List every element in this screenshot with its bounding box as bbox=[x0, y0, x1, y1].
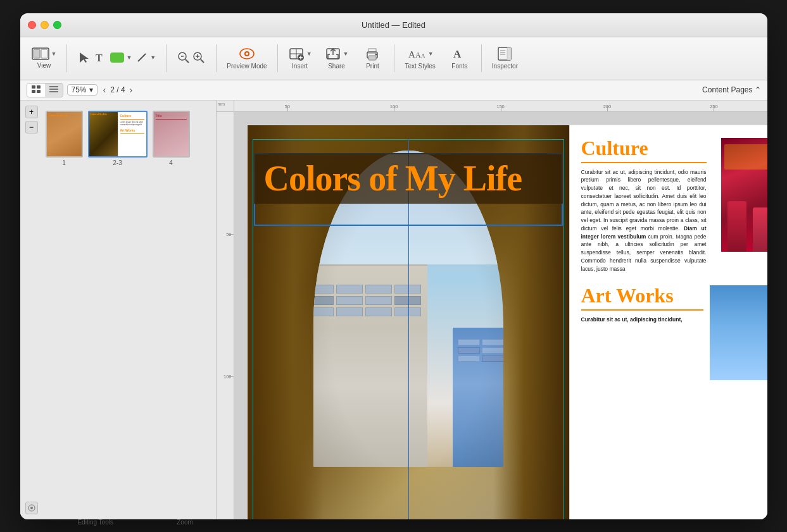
zoom-tool[interactable]: Zoom bbox=[172, 48, 211, 69]
right-image-top bbox=[721, 138, 767, 252]
content-pages-label: Content Pages bbox=[702, 85, 752, 94]
page-right[interactable]: Culture Curabitur sit ac ut, adipiscing … bbox=[570, 125, 767, 519]
window-title: Untitled — Edited bbox=[362, 20, 425, 30]
editing-tools-tool[interactable]: T ▼ ▼ Editing Tools bbox=[72, 49, 161, 68]
ruler-h-inner: 50 100 150 200 250 bbox=[234, 101, 767, 111]
svg-rect-2 bbox=[41, 49, 47, 58]
insert-label: Insert bbox=[292, 63, 308, 70]
thumbnails-container: Colors of My Life 1 Colors of My Life bbox=[27, 107, 210, 173]
subtoolbar: 75% ▾ ‹ 2 / 4 › Content Pages ⌃ bbox=[20, 80, 767, 101]
section2-title: Art Works bbox=[581, 285, 703, 306]
toolbar: ▼ View T bbox=[20, 37, 767, 80]
view-icon: ▼ bbox=[32, 47, 57, 60]
sep6 bbox=[481, 44, 482, 72]
content-pages-chevron: ⌃ bbox=[755, 85, 761, 94]
main-area: + − Colors of My Life bbox=[20, 101, 767, 519]
spread-container: Colors of My Life bbox=[247, 125, 767, 519]
canvas-content[interactable]: Colors of My Life bbox=[234, 112, 767, 519]
pen-icon: ▼ bbox=[135, 51, 156, 64]
add-page-btn[interactable]: + bbox=[25, 106, 38, 118]
titlebar: Untitled — Edited bbox=[20, 13, 767, 37]
svg-rect-26 bbox=[368, 49, 376, 53]
print-icon bbox=[364, 47, 381, 61]
maximize-button[interactable] bbox=[53, 21, 61, 29]
page-thumbnail-23[interactable]: Colors of My Life Culture Lorem ipsum do… bbox=[88, 111, 148, 166]
svg-rect-25 bbox=[368, 56, 376, 60]
settings-btn[interactable] bbox=[25, 502, 38, 514]
right-image-bottom bbox=[710, 285, 767, 380]
title-textbox[interactable]: Colors of My Life bbox=[254, 153, 563, 204]
ruler-v-inner: 50 100 bbox=[217, 112, 234, 519]
svg-point-27 bbox=[375, 54, 377, 56]
svg-rect-37 bbox=[32, 85, 35, 89]
text-styles-icon: A A A ▼ bbox=[407, 47, 434, 61]
view-toggle[interactable] bbox=[27, 83, 63, 97]
zoom-value: 75% bbox=[72, 85, 87, 94]
inspector-icon bbox=[496, 47, 513, 61]
thumb-img-4: Title bbox=[153, 111, 190, 158]
zoom-dropdown-icon: ▾ bbox=[89, 85, 93, 94]
share-tool[interactable]: ▼ Share bbox=[320, 44, 354, 72]
sep3 bbox=[216, 44, 217, 72]
page-title: Colors of My Life bbox=[264, 161, 553, 196]
share-icon: ▼ bbox=[325, 47, 349, 61]
text-styles-tool[interactable]: A A A ▼ Text Styles bbox=[400, 44, 440, 72]
fonts-tool[interactable]: A Fonts bbox=[443, 44, 476, 72]
svg-rect-39 bbox=[32, 90, 35, 93]
ruler-vertical: 50 100 bbox=[217, 112, 234, 519]
page-left[interactable]: Colors of My Life bbox=[247, 125, 570, 519]
prev-page-btn[interactable]: ‹ bbox=[101, 85, 108, 95]
thumb-img-23: Colors of My Life Culture Lorem ipsum do… bbox=[88, 111, 148, 158]
text-icon: T bbox=[94, 51, 106, 64]
section1-title: Culture bbox=[581, 138, 707, 158]
zoom-out-icon bbox=[177, 51, 191, 65]
svg-text:A: A bbox=[421, 53, 425, 59]
svg-rect-40 bbox=[37, 90, 41, 93]
zoom-selector[interactable]: 75% ▾ bbox=[67, 84, 98, 96]
ruler-unit: mm bbox=[218, 102, 225, 106]
arrow-icon bbox=[77, 51, 90, 64]
inspector-tool[interactable]: Inspector bbox=[487, 44, 523, 72]
thumb-preview-23: Colors of My Life Culture Lorem ipsum do… bbox=[89, 112, 146, 156]
thumb-img-1: Colors of My Life bbox=[46, 111, 83, 158]
thumb-label-1: 1 bbox=[62, 159, 66, 166]
page-thumbnail-1[interactable]: Colors of My Life 1 bbox=[46, 111, 83, 166]
fonts-icon: A bbox=[451, 47, 468, 61]
page-navigation: ‹ 2 / 4 › bbox=[101, 85, 135, 95]
svg-text:A: A bbox=[453, 48, 462, 60]
canvas-area: mm 50 100 150 200 250 bbox=[217, 101, 767, 519]
svg-point-45 bbox=[30, 507, 33, 509]
print-tool[interactable]: Print bbox=[356, 44, 389, 72]
next-page-btn[interactable]: › bbox=[128, 85, 135, 95]
svg-line-5 bbox=[138, 54, 146, 61]
thumb-label-4: 4 bbox=[169, 159, 173, 166]
view-label: View bbox=[37, 62, 51, 69]
content-pages-dropdown[interactable]: Content Pages ⌃ bbox=[702, 85, 760, 94]
preview-icon bbox=[239, 47, 255, 61]
thumb-preview-1: Colors of My Life bbox=[47, 112, 82, 156]
svg-line-13 bbox=[201, 59, 204, 63]
artworks-line bbox=[581, 309, 703, 311]
fonts-label: Fonts bbox=[451, 63, 467, 70]
zoom-in-icon bbox=[192, 51, 206, 65]
culture-line bbox=[581, 162, 707, 163]
svg-rect-1 bbox=[34, 49, 40, 58]
page-thumbnail-4[interactable]: Title 4 bbox=[153, 111, 190, 166]
preview-mode-tool[interactable]: Preview Mode bbox=[222, 44, 272, 72]
minimize-button[interactable] bbox=[41, 21, 49, 29]
body-text-1: Curabitur sit ac ut, adipiscing tincidun… bbox=[581, 168, 707, 273]
insert-tool[interactable]: ▼ Insert bbox=[283, 44, 317, 72]
print-label: Print bbox=[366, 63, 379, 70]
remove-page-btn[interactable]: − bbox=[25, 121, 38, 133]
thumb-label-23: 2-3 bbox=[113, 159, 122, 166]
insert-icon: ▼ bbox=[288, 47, 312, 61]
list-view-btn[interactable] bbox=[45, 84, 63, 97]
inspector-label: Inspector bbox=[492, 63, 518, 70]
share-label: Share bbox=[328, 63, 345, 70]
shape-icon: ▼ bbox=[110, 53, 132, 63]
grid-view-btn[interactable] bbox=[27, 84, 45, 97]
svg-rect-38 bbox=[37, 85, 41, 89]
sep2 bbox=[166, 44, 167, 72]
close-button[interactable] bbox=[28, 21, 36, 29]
view-tool[interactable]: ▼ View bbox=[27, 45, 62, 71]
